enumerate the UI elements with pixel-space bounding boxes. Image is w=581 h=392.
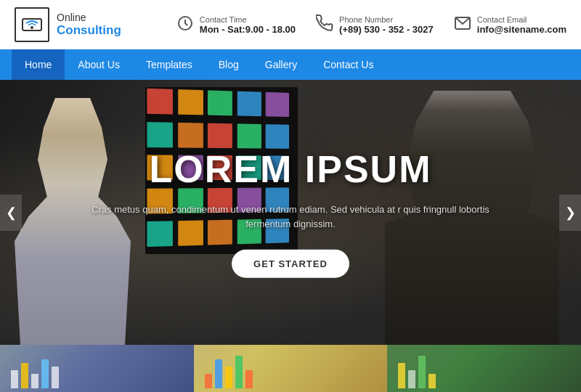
bar <box>235 356 243 388</box>
phone-label: Phone Number <box>339 15 434 24</box>
bar <box>408 370 415 388</box>
nav-home[interactable]: Home <box>12 49 65 80</box>
hero-content: LOREM IPSUM Cras metus quam, condimentum… <box>73 147 508 278</box>
nav-templates[interactable]: Templates <box>133 49 206 80</box>
svg-point-1 <box>31 26 33 29</box>
header-contact-info: Contact Time Mon - Sat:9.00 - 18.00 Phon… <box>176 15 566 36</box>
nav-gallery[interactable]: Gallery <box>252 49 310 80</box>
contact-time-label: Contact Time <box>200 15 296 24</box>
sticky-note <box>237 123 261 148</box>
card-finance[interactable] <box>387 345 581 392</box>
sticky-note <box>147 89 173 115</box>
card-analytics[interactable] <box>194 345 388 392</box>
email-label: Contact Email <box>477 15 566 24</box>
hero-next-button[interactable]: ❯ <box>559 195 581 231</box>
sticky-note <box>208 123 232 147</box>
bar <box>418 356 426 388</box>
bar <box>21 363 28 388</box>
chart-bars-3 <box>398 356 436 388</box>
card-consulting[interactable] <box>0 345 194 392</box>
sticky-note <box>178 89 203 115</box>
bar <box>11 370 18 388</box>
contact-time: Contact Time Mon - Sat:9.00 - 18.00 <box>176 15 296 36</box>
hero-title: LOREM IPSUM <box>73 147 508 190</box>
bar <box>398 363 405 388</box>
chart-bars-2 <box>205 356 253 388</box>
hero-cta-button[interactable]: GET STARTED <box>232 250 349 278</box>
sticky-note <box>266 124 289 149</box>
logo-icon <box>15 7 49 42</box>
hero-section: LOREM IPSUM Cras metus quam, condimentum… <box>0 80 581 345</box>
sticky-note <box>266 92 289 117</box>
phone-number: Phone Number (+89) 530 - 352 - 3027 <box>316 15 434 36</box>
nav-about[interactable]: About Us <box>65 49 133 80</box>
bar <box>215 359 222 388</box>
bar <box>41 359 49 388</box>
site-header: Online Consulting Contact Time Mon - Sat… <box>0 0 581 49</box>
hero-subtitle: Cras metus quam, condimentum ut venen ru… <box>73 202 508 232</box>
phone-value: (+89) 530 - 352 - 3027 <box>339 24 434 35</box>
sticky-note <box>237 91 261 117</box>
bar <box>205 374 212 388</box>
hero-prev-button[interactable]: ❮ <box>0 195 22 231</box>
bar <box>52 367 59 388</box>
contact-time-value: Mon - Sat:9.00 - 18.00 <box>200 24 296 35</box>
sticky-note <box>208 90 232 115</box>
contact-email: Contact Email info@sitename.com <box>454 15 566 36</box>
email-value: info@sitename.com <box>477 24 566 35</box>
sticky-note <box>147 122 173 147</box>
bottom-cards <box>0 345 581 392</box>
logo-line2: Consulting <box>57 23 121 38</box>
phone-icon <box>316 15 333 36</box>
sticky-note <box>178 122 203 147</box>
logo[interactable]: Online Consulting <box>15 7 121 42</box>
logo-line1: Online <box>57 12 121 23</box>
bar <box>245 370 253 388</box>
bar <box>225 367 232 388</box>
chart-bars-1 <box>11 359 59 388</box>
nav-contact[interactable]: Contact Us <box>310 49 386 80</box>
email-icon <box>454 15 471 36</box>
nav-blog[interactable]: Blog <box>206 49 252 80</box>
clock-icon <box>176 15 194 36</box>
navbar: Home About Us Templates Blog Gallery Con… <box>0 49 581 80</box>
bar <box>31 374 38 388</box>
logo-text: Online Consulting <box>57 12 121 38</box>
bar <box>428 374 436 388</box>
